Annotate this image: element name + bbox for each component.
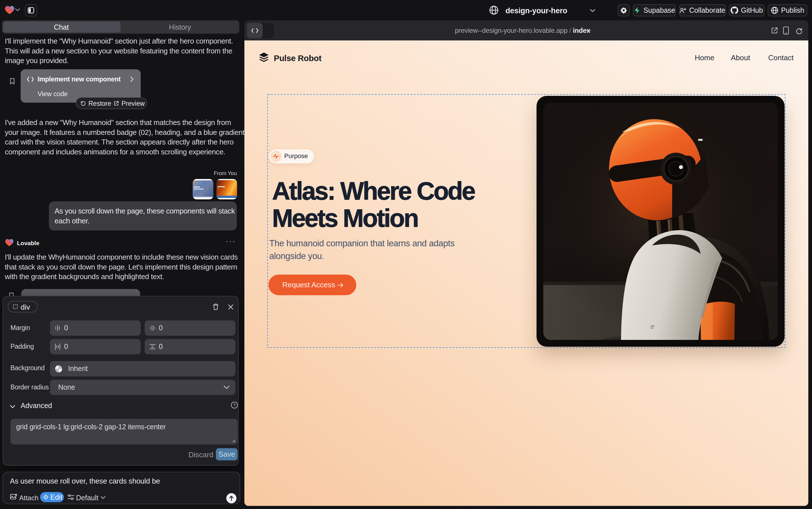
svg-text:?: ? [233,403,235,407]
